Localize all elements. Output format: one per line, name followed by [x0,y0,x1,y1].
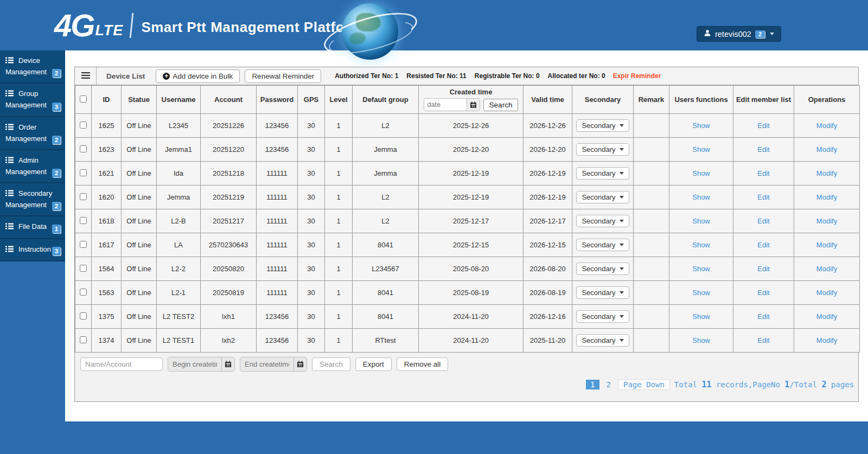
row-select-cell [75,257,92,281]
sidebar-item[interactable]: Admin Management 2 [0,150,65,183]
cell-users-functions: Show [669,209,733,233]
edit-link[interactable]: Edit [757,145,769,154]
show-link[interactable]: Show [692,265,710,273]
page-1-button[interactable]: 1 [586,380,599,389]
page-down-button[interactable]: Page Down [618,379,670,390]
cell-edit-member-list: Edit [733,233,794,257]
edit-link[interactable]: Edit [757,336,769,344]
show-link[interactable]: Show [692,241,710,249]
end-calendar-button[interactable] [293,357,307,371]
add-device-in-bulk-button[interactable]: + Add device in Bulk [156,69,240,83]
menu-toggle-button[interactable] [75,67,97,85]
terminal-stats: Authorized Ter No: 1Resisted Ter No: 11R… [335,72,605,80]
cell-created-time: 2025-12-19 [419,186,524,209]
export-button[interactable]: Export [355,357,392,371]
table-row: 1375 Off Line L2 TEST2 lxh1 123456 30 1 … [75,305,860,329]
secondary-select[interactable]: Secondary [576,191,629,203]
show-link[interactable]: Show [692,312,710,321]
sidebar-item[interactable]: Instruction 3 [0,239,65,261]
secondary-select[interactable]: Secondary [576,119,629,132]
sidebar-item[interactable]: Order Management 2 [0,117,65,150]
modify-link[interactable]: Modify [816,122,837,130]
calendar-button[interactable] [467,99,480,111]
sidebar-item-badge: 1 [52,225,61,233]
renewal-reminder-button[interactable]: Renewal Reminder [245,69,321,83]
row-checkbox[interactable] [80,122,87,129]
sidebar-item[interactable]: Device Management 2 [0,50,65,84]
modify-link[interactable]: Modify [816,312,837,321]
created-time-search-button[interactable]: Search [483,99,519,111]
row-checkbox[interactable] [80,241,87,248]
secondary-select[interactable]: Secondary [576,286,629,299]
chevron-down-icon [620,339,624,342]
cell-remark [634,186,669,209]
modify-link[interactable]: Modify [816,145,837,154]
begin-createtime-input[interactable] [168,357,221,371]
end-createtime-input[interactable] [240,357,293,371]
row-checkbox[interactable] [80,312,87,319]
expir-reminder-link[interactable]: Expir Reminder [613,72,661,80]
edit-link[interactable]: Edit [757,122,769,130]
remove-all-button[interactable]: Remove all [397,357,449,371]
calendar-icon [470,101,477,108]
edit-link[interactable]: Edit [757,289,769,297]
show-link[interactable]: Show [692,145,710,154]
edit-link[interactable]: Edit [757,241,769,249]
secondary-select[interactable]: Secondary [576,239,629,251]
modify-link[interactable]: Modify [816,336,837,344]
edit-link[interactable]: Edit [757,193,769,201]
page-2-button[interactable]: 2 [604,380,614,389]
cell-gps: 30 [298,186,325,209]
select-all-checkbox[interactable] [80,95,87,103]
search-button[interactable]: Search [312,357,350,371]
edit-link[interactable]: Edit [757,217,769,225]
row-checkbox[interactable] [80,265,87,272]
col-edit-member-list: Edit member list [733,86,794,114]
secondary-select[interactable]: Secondary [576,310,629,323]
secondary-select[interactable]: Secondary [576,143,629,156]
sidebar-item[interactable]: Secondary Management 2 [0,183,65,216]
row-checkbox[interactable] [80,145,87,152]
show-link[interactable]: Show [692,336,710,344]
edit-link[interactable]: Edit [757,265,769,273]
show-link[interactable]: Show [692,289,710,297]
name-account-input[interactable] [80,357,163,371]
row-checkbox[interactable] [80,169,87,176]
modify-link[interactable]: Modify [816,169,837,177]
col-users-functions: Users functions [669,86,733,114]
logo-lte-text: LTE [95,22,123,39]
col-gps: GPS [298,86,325,114]
show-link[interactable]: Show [692,193,710,201]
cell-valid-time: 2026-12-20 [524,138,572,162]
modify-link[interactable]: Modify [816,265,837,273]
sidebar-item[interactable]: Group Management 3 [0,84,65,117]
date-filter-input[interactable] [424,99,467,111]
cell-gps: 30 [298,305,325,329]
show-link[interactable]: Show [692,122,710,130]
show-link[interactable]: Show [692,169,710,177]
edit-link[interactable]: Edit [757,312,769,321]
secondary-select[interactable]: Secondary [576,167,629,180]
calendar-icon [297,361,304,368]
cell-users-functions: Show [669,329,733,353]
tab-device-list[interactable]: Device List [106,72,145,80]
modify-link[interactable]: Modify [816,217,837,225]
row-checkbox[interactable] [80,193,87,200]
secondary-select[interactable]: Secondary [576,334,629,347]
row-checkbox[interactable] [80,217,87,224]
main-content: Device List + Add device in Bulk Renewal… [65,50,868,421]
secondary-select[interactable]: Secondary [576,215,629,227]
begin-calendar-button[interactable] [221,357,234,371]
row-checkbox[interactable] [80,289,87,296]
modify-link[interactable]: Modify [816,289,837,297]
sidebar-item[interactable]: File Data 1 [0,216,65,239]
secondary-select[interactable]: Secondary [576,263,629,275]
row-checkbox[interactable] [80,336,87,343]
cell-username: L2-2 [157,257,201,281]
edit-link[interactable]: Edit [757,169,769,177]
cell-edit-member-list: Edit [733,257,794,281]
modify-link[interactable]: Modify [816,241,837,249]
modify-link[interactable]: Modify [816,193,837,201]
show-link[interactable]: Show [692,217,710,225]
user-menu[interactable]: retevis002 2 [697,26,781,42]
